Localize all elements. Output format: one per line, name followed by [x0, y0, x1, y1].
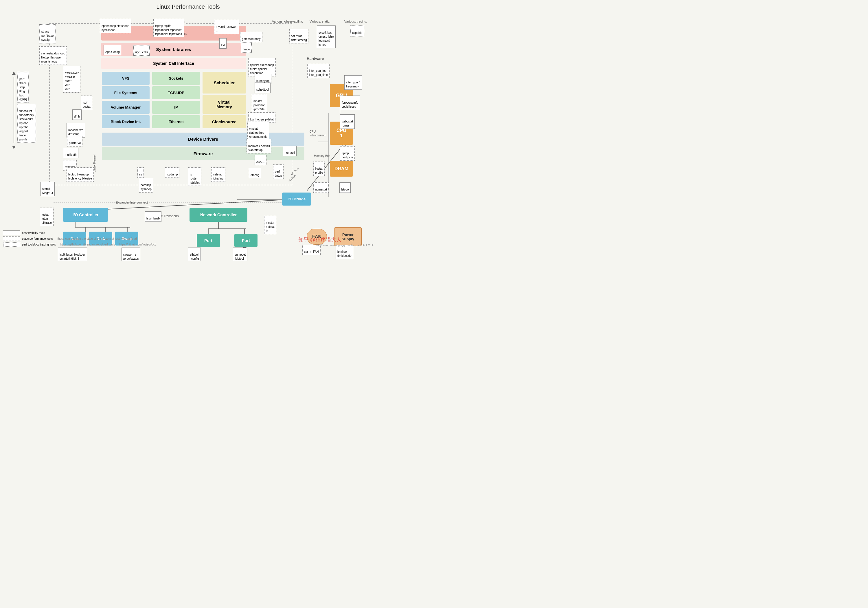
tool-ugcucalls: ugc ucalls [133, 45, 150, 56]
tool-tcptop: tcptop tcplife tcpconnect tcpaccept tcpc… [153, 19, 184, 37]
tool-pidstat-d: pidstat -d [67, 136, 82, 146]
tool-biotop: biotop biosnoop biolatency bitesize [67, 167, 94, 182]
tool-multipath: multipath [63, 148, 78, 158]
tool-tiptop: tiptop perf pcm [340, 146, 355, 161]
io-controller-box: I/O Controller [63, 208, 108, 222]
main-container: Linux Performance Tools Various, observa… [0, 0, 376, 249]
tool-tcpdump: tcpdump [165, 167, 180, 178]
tool-sys: /sys/... [254, 155, 267, 165]
tool-swapon: swapon -s /proc/swaps [121, 247, 140, 261]
dram-box: DRAM [330, 161, 353, 177]
tool-cpuinfo: /proc/cpuinfo cpuid lscpu [340, 96, 360, 110]
tool-turbostat: turbostat rdmsr [340, 114, 355, 129]
tool-intel-gpu-freq: intel_gpu_\ frequency [344, 75, 362, 90]
page-title: Linux Performance Tools [0, 0, 376, 12]
tool-ip: ip route iptables [188, 167, 202, 186]
scheduler-layer: Scheduler [203, 72, 246, 93]
tool-lsblk: lsblk lsscsi blockdev smartctl fdisk -l [58, 247, 87, 261]
tool-ltrace: ltrace [241, 42, 252, 53]
tool-opensnoop: opensnoop statsnoop syncsnoop [100, 19, 131, 33]
various-obs-label: Various, observability: [272, 20, 303, 23]
tool-perf-ftrace: perf ftrace stap lttng bcc (BPF) [17, 72, 29, 103]
expander-label: Expander Interconnect [116, 201, 148, 204]
tool-iostat: iostat iotop blktrace [40, 208, 54, 226]
tool-strace: strace perf trace sysdig [39, 24, 56, 44]
tool-netstat: netstat iptraf-ng [211, 167, 225, 182]
tool-top: top htop ps pidstat [248, 112, 276, 123]
block-device-layer: Block Device Int. [102, 115, 150, 128]
tool-snmpget: snmpget lldptool [233, 247, 247, 261]
tool-lstopo: lstopo [339, 182, 351, 193]
tool-lsof: lsof pcstat [81, 96, 92, 110]
legend-tracing: perf-tools/bcc tracing tools https://git… [3, 242, 156, 247]
various-tracing-label: Various, tracing: [344, 20, 367, 23]
clocksource-layer: Clocksource [203, 115, 246, 128]
port1-box: Port [197, 234, 220, 247]
dynamic-range-arrow: ▲ ▼ [11, 70, 17, 151]
legend-observability: observability tools [3, 230, 156, 235]
tool-ss: ss [138, 167, 144, 178]
tool-intel-gpu: intel_gpu_top intel_gpu_time [307, 64, 330, 78]
tool-cachestat: cachestat dcsnoop filetop fileslower mou… [39, 46, 67, 65]
tool-hardirqs: hardirqs ttysnoop [139, 178, 153, 193]
sockets-layer: Sockets [152, 72, 200, 85]
tool-vmstat: vmstat slabtop free /proc/meminfo [247, 121, 269, 140]
io-bridge-box: I/O Bridge [282, 193, 311, 205]
device-drivers-layer: Device Drivers [102, 132, 304, 146]
filesystems-layer: File Systems [102, 86, 150, 99]
tool-mpstat: mpstat powertop /proc/stat [252, 94, 267, 113]
syscall-layer: System Call Interface [101, 58, 246, 69]
tool-schedtool: schedtool [254, 82, 271, 93]
tool-sar-proc: sar /proc dstat dmesg [289, 29, 308, 44]
virtual-memory-layer: Virtual Memory [203, 95, 246, 114]
hardware-label: Hardware [307, 56, 324, 61]
tool-capable: capable [350, 25, 364, 36]
watermark: 知乎 @程序喵大人 [298, 236, 341, 243]
volume-manager-layer: Volume Manager [102, 101, 150, 114]
tool-numastat: numastat [313, 182, 329, 193]
tool-lspci: lspci lsusb [145, 211, 161, 222]
legend-box-tracing [3, 242, 20, 247]
tool-sysctl: sysctl /sys dmesg lshw journalctl lsmod [317, 25, 336, 48]
tool-dfh: df -h [72, 109, 82, 120]
tool-llcstat: llcstat profile [313, 162, 325, 176]
tool-nicstat: nicstat netstat ip [264, 216, 276, 234]
legend-box-static [3, 236, 20, 241]
tool-memleak: memleak oomkill slabratetop [246, 139, 271, 154]
kernel-label: Linux Kernel [93, 97, 96, 172]
network-controller-box: Network Controller [189, 208, 247, 222]
legend-static: static performance tools these can obser… [3, 236, 156, 241]
ethernet-layer: Ethernet [152, 115, 200, 128]
tool-appconfig: App Config [104, 45, 121, 55]
tool-funccount: funccount funclatency stackcount kprobe … [17, 104, 36, 143]
tool-ext4slower: ext4slower ext4dist btrfs* xfs* zfs* [63, 66, 81, 93]
tool-mysqld: mysqld_qslower, ... [214, 20, 239, 34]
memory-bus-label: Memory Bus [314, 154, 330, 158]
tool-perf-tiptop: perf tiptop [273, 165, 284, 179]
tool-dmesg: dmesg [249, 168, 261, 178]
port2-box: Port [234, 234, 257, 247]
tool-ethtool: ethtool ifconfig [188, 247, 201, 261]
legend-box-obs [3, 230, 20, 235]
tool-storcli: storcli MegaCli [40, 182, 55, 196]
tool-ldd: ldd [219, 38, 226, 49]
tool-mdadm: mdadm lvm dmsetup [67, 123, 85, 137]
tool-ipmitool: ipmitool dmidecode [336, 245, 353, 259]
legend: observability tools static performance t… [3, 230, 156, 247]
various-static-label: Various, static: [310, 20, 330, 23]
tool-numactl: numactl [283, 146, 296, 156]
ip-layer: IP [152, 101, 200, 114]
vfs-layer: VFS [102, 72, 150, 85]
tcpudp-layer: TCP/UDP [152, 86, 200, 99]
credit: http://www.brendangregg.com/linuxperf.ht… [316, 244, 373, 247]
cpu-interconnect-label: CPU Interconnect [310, 130, 326, 137]
firmware-layer: Firmware [102, 147, 304, 160]
tool-gethostlatency: gethostlatency [240, 32, 262, 42]
